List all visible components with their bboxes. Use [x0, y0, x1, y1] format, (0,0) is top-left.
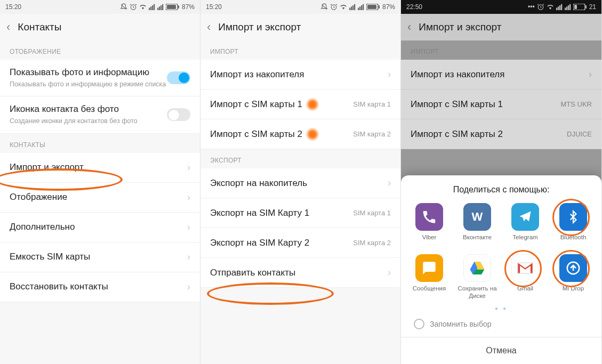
header: ‹ Импорт и экспорт [200, 14, 400, 41]
app-bluetooth[interactable]: Bluetooth [549, 203, 597, 249]
back-icon[interactable]: ‹ [207, 20, 211, 34]
item-value: MTS UKR [561, 100, 592, 108]
chevron-right-icon: › [589, 69, 592, 80]
svg-rect-29 [559, 5, 560, 10]
status-icons: ••• 21 [528, 3, 596, 11]
item-import-storage[interactable]: Импорт из накопителя › [200, 60, 400, 90]
svg-rect-32 [566, 6, 567, 10]
messages-icon [415, 254, 443, 282]
app-drive[interactable]: Сохранить на Диске [453, 254, 501, 300]
back-icon[interactable]: ‹ [407, 20, 411, 34]
item-title: Импорт с SIM карты 1 [411, 99, 503, 110]
radio-icon[interactable] [414, 319, 424, 329]
svg-rect-18 [354, 4, 355, 10]
chevron-right-icon: › [187, 281, 190, 293]
app-label: Mi Drop [563, 285, 584, 300]
item-title: Импорт из накопителя [411, 69, 504, 80]
svg-rect-11 [167, 5, 176, 9]
share-grid: Viber W Вконтакте Telegram Bluetooth [401, 200, 601, 304]
more-icon: ••• [528, 3, 535, 11]
signal2-icon [157, 4, 164, 10]
item-title: Импорт с SIM карты 2 [210, 129, 302, 140]
remember-choice[interactable]: Запомнить выбор [401, 314, 601, 337]
svg-rect-9 [162, 4, 163, 10]
item-display[interactable]: Отображение › [0, 183, 200, 213]
page-title: Импорт и экспорт [218, 21, 301, 33]
app-telegram[interactable]: Telegram [501, 203, 549, 249]
status-bar: 15:20 87% [200, 0, 400, 14]
app-vk[interactable]: W Вконтакте [453, 203, 501, 249]
item-title: Экспорт на SIM Карту 1 [210, 208, 309, 219]
cancel-button[interactable]: Отмена [401, 337, 601, 364]
svg-rect-33 [568, 5, 569, 10]
battery-icon [166, 4, 180, 10]
item-export-sim1[interactable]: Экспорт на SIM Карту 1 SIM карта 1 [200, 198, 400, 228]
toggle-switch[interactable] [167, 108, 190, 121]
chevron-right-icon: › [187, 222, 190, 233]
cancel-label: Отмена [486, 346, 516, 355]
section-import-label: ИМПОРТ [200, 41, 400, 60]
item-title: Импорт из накопителя [210, 69, 304, 80]
svg-rect-4 [152, 5, 153, 10]
battery-icon [366, 4, 380, 10]
telegram-icon [511, 203, 539, 231]
status-icons: 87% [120, 3, 195, 11]
wifi-icon [139, 3, 147, 11]
status-time: 15:20 [206, 3, 222, 11]
section-display-label: ОТОБРАЖЕНИЕ [0, 41, 200, 60]
dnd-icon [320, 3, 328, 11]
app-label: Telegram [512, 234, 537, 249]
remember-label: Запомнить выбор [430, 320, 491, 328]
toggle-switch[interactable] [167, 71, 190, 84]
status-time: 22:50 [406, 3, 422, 11]
app-label: Gmail [517, 285, 533, 300]
item-import-export[interactable]: Импорт и экспорт › [0, 153, 200, 183]
svg-rect-3 [150, 6, 151, 10]
app-label: Bluetooth [560, 234, 587, 249]
sheet-title: Поделиться с помощью: [401, 175, 601, 200]
svg-rect-2 [149, 8, 150, 11]
item-value: SIM карта 2 [353, 239, 391, 247]
toggle-show-photo-info[interactable]: Показывать фото и информацию Показывать … [0, 60, 200, 96]
chevron-right-icon: › [388, 69, 391, 80]
dimmed-background: 22:50 ••• 21 [401, 0, 601, 149]
svg-rect-15 [349, 8, 350, 11]
app-label: Вконтакте [463, 234, 492, 249]
svg-rect-25 [379, 5, 380, 9]
svg-rect-36 [574, 5, 577, 9]
back-icon[interactable]: ‹ [6, 20, 10, 34]
app-viber[interactable]: Viber [405, 203, 453, 249]
svg-rect-34 [569, 4, 571, 10]
item-import-sim2[interactable]: Импорт с SIM карты 2 SIM карта 2 [200, 119, 400, 149]
item-import-storage[interactable]: Импорт из накопителя › [401, 60, 601, 90]
svg-rect-8 [160, 5, 162, 10]
signal-icon [149, 4, 155, 10]
alarm-icon [130, 3, 137, 11]
item-export-sim2[interactable]: Экспорт на SIM Карту 2 SIM карта 2 [200, 228, 400, 258]
app-label: Viber [422, 234, 437, 249]
app-label: Сообщения [413, 285, 446, 300]
app-midrop[interactable]: Mi Drop [549, 254, 597, 300]
item-restore-contacts[interactable]: Восстановить контакты › [0, 272, 200, 302]
battery-percent: 21 [589, 3, 596, 11]
item-more[interactable]: Дополнительно › [0, 213, 200, 242]
svg-rect-12 [178, 5, 179, 9]
item-import-sim1[interactable]: Импорт с SIM карты 1 MTS UKR [401, 90, 601, 119]
item-title: Отправить контакты [210, 268, 295, 278]
item-value: SIM карта 2 [353, 130, 391, 138]
page-title: Импорт и экспорт [419, 21, 501, 33]
chevron-right-icon: › [187, 192, 190, 203]
app-messages[interactable]: Сообщения [405, 254, 453, 300]
item-value: SIM карта 1 [353, 100, 391, 108]
item-import-sim1[interactable]: Импорт с SIM карты 1 SIM карта 1 [200, 90, 400, 119]
app-label: Сохранить на Диске [453, 285, 501, 300]
svg-rect-28 [558, 6, 559, 10]
item-export-storage[interactable]: Экспорт на накопитель › [200, 168, 400, 198]
item-import-sim2[interactable]: Импорт с SIM карты 2 DJUICE [401, 119, 601, 149]
battery-icon [573, 4, 587, 10]
item-send-contacts[interactable]: Отправить контакты › [200, 258, 400, 288]
item-sim-capacity[interactable]: Емкость SIM карты › [0, 242, 200, 272]
toggle-icon-nophoto[interactable]: Иконка контакта без фото Создание иконки… [0, 96, 200, 133]
app-gmail[interactable]: Gmail [501, 254, 549, 300]
item-title: Отображение [10, 192, 67, 203]
